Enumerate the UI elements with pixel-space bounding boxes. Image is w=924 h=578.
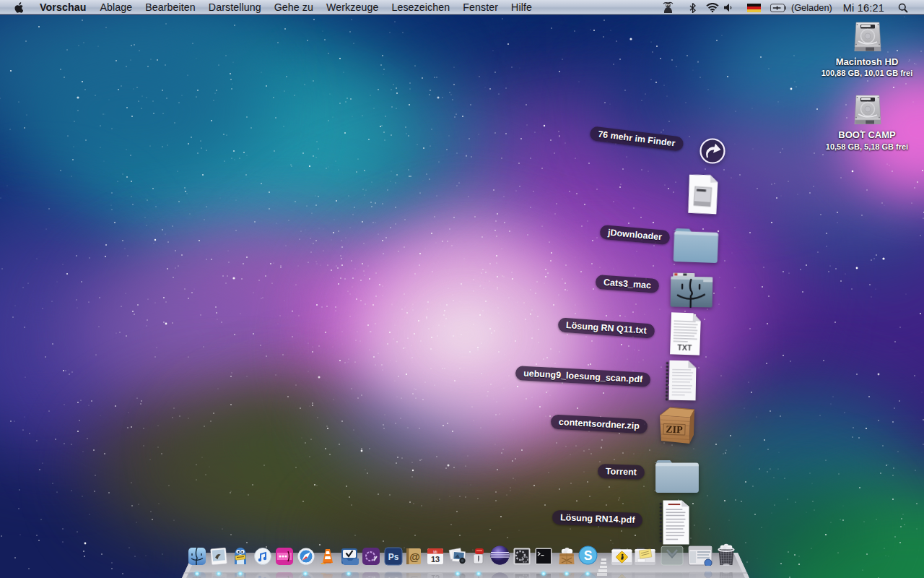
svg-text:@: @ [409,551,420,563]
svg-text:ZIP: ZIP [666,424,683,436]
svg-text:Mi: Mi [433,550,437,554]
svg-text:TXT: TXT [677,343,692,353]
svg-text:S: S [584,548,593,563]
svg-text:Ps: Ps [388,552,399,562]
svg-text:Ps: Ps [388,575,399,578]
svg-text:13: 13 [431,555,440,564]
svg-text:@: @ [409,575,420,578]
svg-text:13: 13 [431,574,440,578]
